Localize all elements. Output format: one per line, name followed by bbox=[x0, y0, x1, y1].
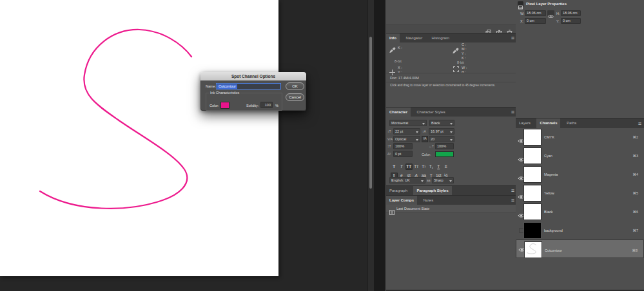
channel-name: Yellow bbox=[544, 191, 554, 195]
spot-curve bbox=[40, 30, 191, 209]
channel-row-cutcontour[interactable]: Cutcontour⌘8 bbox=[516, 239, 644, 258]
channel-thumbnail[interactable] bbox=[524, 148, 541, 164]
vertical-scale-icon: ↕T bbox=[387, 144, 391, 148]
tab-navigator[interactable]: Navigator bbox=[402, 33, 425, 42]
channel-thumbnail[interactable] bbox=[524, 185, 541, 201]
info-panel: K : 8-bit C : M : Y : K : 8-bit X : Y : … bbox=[386, 42, 517, 107]
document-state-icon bbox=[389, 206, 395, 218]
ink-characteristics-label: Ink Characteristics bbox=[209, 91, 240, 95]
channel-name-input[interactable]: Cutcontour bbox=[216, 83, 281, 89]
panel-menu-icon[interactable]: ≡ bbox=[511, 108, 514, 116]
channel-row-black[interactable]: Black⌘6 bbox=[516, 202, 644, 221]
font-size-icon: ↕T bbox=[387, 129, 391, 133]
channel-shortcut: ⌘4 bbox=[632, 173, 638, 176]
canvas[interactable] bbox=[0, 0, 278, 276]
channel-thumbnail[interactable] bbox=[524, 167, 541, 182]
tab-info[interactable]: Info bbox=[386, 33, 400, 42]
tab-histogram[interactable]: Histogram bbox=[429, 33, 453, 42]
spot-channel-options-dialog: Spot Channel Options Name: Cutcontour OK… bbox=[200, 72, 306, 111]
tab-paragraph[interactable]: Paragraph bbox=[386, 186, 411, 195]
channel-shortcut: ⌘5 bbox=[632, 191, 638, 195]
tracking-select[interactable]: 20 bbox=[429, 136, 454, 142]
info-cmyk-y-label: Y : bbox=[462, 52, 466, 55]
layer-comps-tabbar: Layer Comps Notes ≡ bbox=[386, 195, 517, 205]
height-label: H: bbox=[556, 12, 560, 15]
channel-row-magenta[interactable]: Magenta⌘4 bbox=[516, 165, 644, 183]
leading-icon: ↕A bbox=[422, 129, 426, 133]
info-x-label: X : bbox=[398, 66, 402, 70]
text-color-swatch[interactable] bbox=[435, 151, 454, 157]
dock-gap bbox=[374, 0, 385, 291]
tab-layers[interactable]: Layers bbox=[516, 118, 534, 128]
properties-panel: Pixel Layer Properties W: 18.06 cm H: 18… bbox=[516, 0, 644, 118]
channel-row-background[interactable]: background⌘7 bbox=[516, 221, 644, 239]
panel-column-left: Info Navigator Histogram ≡ K : 8-bit C :… bbox=[385, 0, 518, 291]
chevron-down-icon bbox=[416, 131, 418, 133]
y-field[interactable]: 0 cm bbox=[561, 18, 581, 24]
font-family-select[interactable]: Montserrat bbox=[389, 120, 427, 126]
chevron-down-icon bbox=[416, 139, 418, 141]
anti-alias-select[interactable]: Sharp bbox=[432, 177, 454, 183]
channel-row-yellow[interactable]: Yellow⌘5 bbox=[516, 183, 644, 202]
layer-comp-row[interactable]: Last Document State bbox=[386, 205, 517, 213]
tab-layer-comps[interactable]: Layer Comps bbox=[386, 196, 417, 205]
solidity-field[interactable]: 100 bbox=[260, 102, 273, 108]
kerning-select[interactable]: Optical bbox=[393, 136, 420, 142]
panel-menu-icon[interactable]: ≡ bbox=[638, 120, 641, 127]
document-scrollbar-thumb[interactable] bbox=[369, 37, 372, 189]
panel-menu-icon[interactable]: ≡ bbox=[511, 34, 514, 42]
baseline-shift-field[interactable]: 0 pt bbox=[393, 151, 413, 157]
info-cmyk-k-label: K : bbox=[462, 56, 466, 60]
channel-thumbnail[interactable] bbox=[525, 242, 542, 258]
spot-curve-svg bbox=[0, 0, 278, 276]
info-bit-depth-left: 8-bit bbox=[395, 59, 402, 63]
height-field[interactable]: 18.06 cm bbox=[561, 10, 581, 16]
chevron-down-icon bbox=[421, 180, 424, 182]
chevron-down-icon bbox=[450, 123, 453, 125]
tab-notes[interactable]: Notes bbox=[420, 196, 436, 205]
tool-hint-text: Click and drag to move layer or selectio… bbox=[390, 84, 516, 87]
dialog-title[interactable]: Spot Channel Options bbox=[200, 72, 306, 81]
font-style-select[interactable]: Black bbox=[429, 120, 454, 126]
panel-column-right: Pixel Layer Properties W: 18.06 cm H: 18… bbox=[516, 0, 644, 291]
link-dimensions-icon[interactable] bbox=[547, 10, 554, 16]
channel-row-cmyk[interactable]: CMYK⌘2 bbox=[516, 127, 644, 146]
channel-row-cyan[interactable]: Cyan⌘3 bbox=[516, 146, 644, 165]
channel-thumbnail[interactable] bbox=[524, 129, 541, 145]
language-select[interactable]: English: UK bbox=[389, 177, 425, 183]
panel-menu-icon[interactable]: ≡ bbox=[511, 196, 514, 204]
kerning-icon: V/A bbox=[387, 137, 393, 141]
channel-name: Cutcontour bbox=[545, 248, 562, 253]
properties-title: Pixel Layer Properties bbox=[526, 2, 567, 6]
marquee-icon bbox=[453, 66, 459, 72]
channel-shortcut: ⌘3 bbox=[632, 154, 638, 158]
channel-shortcut: ⌘2 bbox=[632, 135, 638, 139]
character-tabbar: Character Character Styles ≡ bbox=[386, 107, 517, 117]
cancel-button[interactable]: Cancel bbox=[286, 93, 304, 101]
tab-paragraph-styles[interactable]: Paragraph Styles bbox=[413, 186, 451, 195]
tab-channels[interactable]: Channels bbox=[536, 118, 560, 128]
name-label: Name: bbox=[206, 84, 216, 88]
channel-name: Black bbox=[544, 210, 552, 214]
x-field[interactable]: 0 cm bbox=[525, 18, 546, 24]
chevron-down-icon bbox=[449, 180, 452, 182]
channel-thumbnail[interactable] bbox=[524, 204, 541, 220]
panel-menu-icon[interactable]: ≡ bbox=[511, 187, 514, 194]
vertical-scale-field[interactable]: 100% bbox=[393, 143, 413, 149]
chevron-down-icon bbox=[450, 131, 453, 133]
info-cmyk-c-label: C : bbox=[462, 42, 466, 46]
ok-button[interactable]: OK bbox=[286, 82, 304, 90]
channel-thumbnail[interactable] bbox=[524, 223, 541, 238]
width-field[interactable]: 18.06 cm bbox=[525, 10, 546, 16]
dialog-body: Name: Cutcontour OK Cancel Ink Character… bbox=[200, 80, 306, 111]
leading-select[interactable]: 16.97 pt bbox=[429, 128, 454, 135]
tab-character-styles[interactable]: Character Styles bbox=[413, 108, 448, 117]
horizontal-scale-field[interactable]: 100% bbox=[435, 143, 454, 149]
pixel-layer-icon bbox=[518, 1, 523, 7]
anti-alias-icon: aa bbox=[427, 178, 431, 182]
baseline-shift-icon: Aª bbox=[387, 152, 391, 156]
font-size-select[interactable]: 22 pt bbox=[393, 128, 420, 135]
ink-color-swatch[interactable] bbox=[220, 102, 229, 109]
tab-paths[interactable]: Paths bbox=[563, 118, 580, 128]
tab-character[interactable]: Character bbox=[386, 108, 411, 117]
